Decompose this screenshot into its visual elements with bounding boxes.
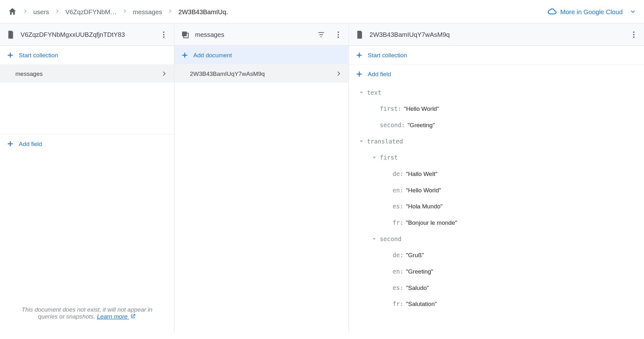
field-node[interactable]: es:"Hola Mundo" <box>349 198 644 215</box>
field-node[interactable]: en:"Hello World" <box>349 182 644 198</box>
chevron-right-icon <box>160 70 168 77</box>
panel-header: 2W3B43BamIUqY7wAsM9q <box>349 24 644 46</box>
field-node[interactable]: en:"Greeting" <box>349 263 644 280</box>
start-collection-button[interactable]: Start collection <box>349 46 644 65</box>
field-node[interactable]: es:"Saludo" <box>349 280 644 296</box>
panel-title: 2W3B43BamIUqY7wAsM9q <box>369 31 621 38</box>
field-node[interactable]: second:"Greeting" <box>349 117 644 133</box>
cloud-icon <box>547 7 557 16</box>
start-collection-label: Start collection <box>368 52 407 59</box>
more-icon[interactable] <box>159 30 168 39</box>
field-node[interactable]: translated <box>349 133 644 150</box>
breadcrumb-segment[interactable]: users <box>33 8 49 15</box>
field-tree: textfirst:"Hello World"second:"Greeting"… <box>349 83 644 313</box>
chevron-right-icon <box>122 8 128 15</box>
chevron-down-icon <box>630 8 636 15</box>
field-node[interactable]: text <box>349 84 644 101</box>
document-panel: V6ZqzDFYNbMgxxUUBZqfjnTDtY83 Start colle… <box>0 24 175 332</box>
breadcrumb-segment-current[interactable]: 2W3B43BamIUq. <box>178 8 228 15</box>
plus-icon <box>6 51 14 59</box>
more-in-google-cloud-link[interactable]: More in Google Cloud <box>547 7 636 16</box>
plus-icon <box>180 51 189 59</box>
add-field-button[interactable]: Add field <box>349 65 644 83</box>
more-icon[interactable] <box>334 30 342 39</box>
add-document-button[interactable]: Add document <box>175 46 349 65</box>
plus-icon <box>355 51 364 59</box>
chevron-right-icon <box>335 70 342 77</box>
cloud-link-label: More in Google Cloud <box>560 8 623 15</box>
chevron-right-icon <box>22 8 28 15</box>
panels: V6ZqzDFYNbMgxxUUBZqfjnTDtY83 Start colle… <box>0 24 644 332</box>
home-icon[interactable] <box>8 7 17 16</box>
document-row-label: 2W3B43BamIUqY7wAsM9q <box>190 70 335 77</box>
panel-header: V6ZqzDFYNbMgxxUUBZqfjnTDtY83 <box>0 24 174 46</box>
field-node[interactable]: first:"Hello World" <box>349 101 644 117</box>
add-document-label: Add document <box>193 52 232 59</box>
add-field-label: Add field <box>368 71 391 77</box>
field-node[interactable]: first <box>349 150 644 166</box>
document-icon <box>355 30 364 39</box>
panel-title: V6ZqzDFYNbMgxxUUBZqfjnTDtY83 <box>20 31 151 38</box>
panel-header: messages <box>175 24 349 46</box>
chevron-right-icon <box>54 8 60 15</box>
breadcrumb: users V6ZqzDFYNbM… messages 2W3B43BamIUq… <box>8 7 228 16</box>
filter-icon[interactable] <box>317 30 325 39</box>
learn-more-link[interactable]: Learn more <box>97 313 136 320</box>
breadcrumb-segment[interactable]: messages <box>133 8 162 15</box>
collection-panel: messages Add document 2W3B43BamIUqY7wAsM… <box>175 24 349 332</box>
plus-icon <box>6 139 14 148</box>
breadcrumb-bar: users V6ZqzDFYNbM… messages 2W3B43BamIUq… <box>0 0 644 24</box>
external-link-icon <box>130 314 136 319</box>
document-row[interactable]: 2W3B43BamIUqY7wAsM9q <box>175 65 349 82</box>
field-node[interactable]: second <box>349 231 644 247</box>
more-icon[interactable] <box>630 30 638 39</box>
collection-row-label: messages <box>15 70 160 77</box>
chevron-right-icon <box>167 8 173 15</box>
collection-row[interactable]: messages <box>0 65 174 82</box>
add-field-label: Add field <box>19 140 42 147</box>
field-node[interactable]: de:"Hallo Welt" <box>349 166 644 182</box>
document-detail-panel: 2W3B43BamIUqY7wAsM9q Start collection Ad… <box>349 24 644 332</box>
add-field-button[interactable]: Add field <box>0 134 174 153</box>
field-node[interactable]: fr:"Bonjour le monde" <box>349 214 644 231</box>
plus-icon <box>355 70 364 78</box>
start-collection-label: Start collection <box>19 52 58 59</box>
field-node[interactable]: fr:"Salutation" <box>349 296 644 312</box>
panel-title: messages <box>195 31 308 38</box>
field-node[interactable]: de:"Gruß" <box>349 247 644 263</box>
document-missing-warning: This document does not exist, it will no… <box>0 294 174 332</box>
document-icon <box>6 30 15 39</box>
breadcrumb-segment[interactable]: V6ZqzDFYNbM… <box>65 8 117 15</box>
collection-icon <box>180 30 190 39</box>
start-collection-button[interactable]: Start collection <box>0 46 174 65</box>
